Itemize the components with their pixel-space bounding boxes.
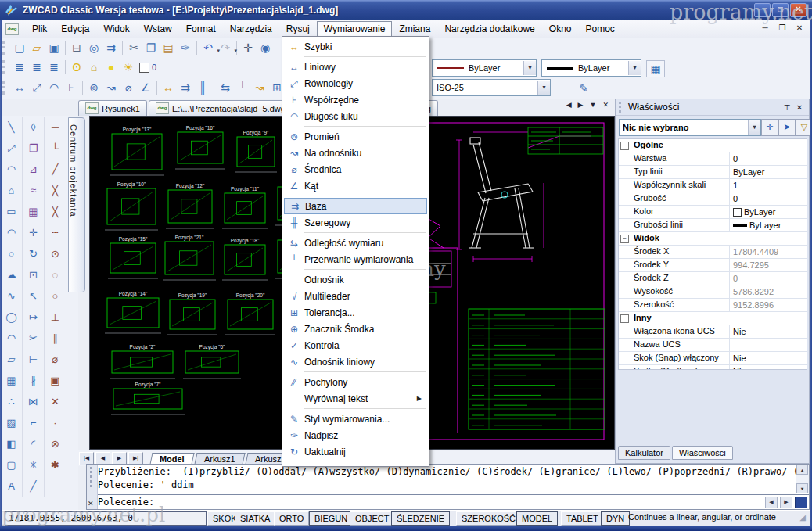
dim-menu-nadpisz[interactable]: ✑Nadpisz [284, 427, 427, 443]
dim-menu-uaktualnij[interactable]: ↻Uaktualnij [284, 443, 427, 460]
scroll-down-icon[interactable]: ▼ [796, 483, 808, 493]
tangent-snap-icon[interactable]: ⌀ [46, 350, 65, 369]
dim-aligned-icon[interactable]: ⤢ [28, 80, 45, 95]
tab-scroll-left-icon[interactable]: ◀ [566, 101, 572, 109]
menu-okno[interactable]: Okno [542, 21, 579, 38]
copy-icon[interactable]: ❐ [142, 40, 160, 56]
region-icon[interactable]: ▢ [2, 455, 21, 475]
toolbar-grip[interactable] [2, 81, 9, 95]
palette-tab-kalkulator[interactable]: Kalkulator [618, 446, 670, 460]
dim-menu-równoległy[interactable]: ⤢Równoległy [284, 75, 427, 91]
print-preview-icon[interactable]: ◎ [85, 40, 102, 56]
collapse-icon[interactable]: − [620, 142, 629, 150]
status-toggle-tablet[interactable]: TABLET [561, 511, 604, 526]
apparent-intersection-snap-icon[interactable]: ╳ [46, 202, 65, 221]
menu-narzędzia[interactable]: Narzędzia [223, 21, 279, 38]
linetype-combo[interactable]: ByLayer ▾ [432, 59, 537, 77]
construction-line-icon[interactable]: ⤢ [2, 138, 21, 158]
open-icon[interactable]: ▱ [28, 40, 45, 56]
property-value[interactable]: 0 [730, 192, 807, 205]
dim-ordinate-icon[interactable]: ⊦ [63, 80, 80, 95]
dimstyle-combo[interactable]: ISO-25 ▾ [432, 79, 551, 96]
dim-menu-kontrola[interactable]: ✓Kontrola [284, 337, 427, 353]
select-objects-icon[interactable]: ➤ [778, 119, 796, 136]
dim-menu-tolerancja[interactable]: ⊞Tolerancja... [284, 304, 427, 321]
extension-snap-icon[interactable]: ┄ [46, 223, 65, 242]
scroll-up-icon[interactable]: ▲ [796, 465, 808, 475]
last-layout-icon[interactable]: ▶| [128, 452, 143, 465]
intersection-snap-icon[interactable]: ╳ [46, 181, 65, 200]
layout-tab-model[interactable]: Model [149, 453, 194, 465]
property-row[interactable]: Wysokość5786.8292 [619, 285, 807, 299]
dim-menu-współrzędne[interactable]: ⊦Współrzędne [284, 91, 427, 108]
mdi-restore-button[interactable]: ❐ [776, 23, 789, 34]
revision-cloud-icon[interactable]: ☁ [2, 265, 21, 285]
snap-off-icon[interactable]: ⊗ [46, 434, 65, 454]
dim-diameter-icon[interactable]: ⌀ [120, 80, 137, 95]
arc-icon[interactable]: ◠ [2, 223, 21, 242]
toolbar-grip[interactable] [2, 41, 9, 55]
dim-menu-szeregowy[interactable]: ╫Szeregowy [284, 214, 427, 231]
property-value[interactable]: 5786.8292 [730, 285, 807, 298]
property-value[interactable]: 994.7295 [730, 259, 807, 271]
group-gutter[interactable]: − [619, 232, 631, 245]
insert-snap-icon[interactable]: ▣ [46, 371, 65, 390]
menu-wymiarowanie[interactable]: Wymiarowanie [317, 21, 393, 38]
pan-icon[interactable]: ✛ [239, 40, 257, 56]
menu-narzędzia-dodatkowe[interactable]: Narzędzia dodatkowe [437, 21, 541, 38]
property-row[interactable]: Nazwa UCS [619, 339, 807, 352]
mdi-close-button[interactable]: ✕ [793, 23, 806, 34]
property-value[interactable]: ByLayer [730, 206, 807, 218]
property-value[interactable]: 0 [730, 272, 807, 285]
menu-wstaw[interactable]: Wstaw [137, 21, 179, 38]
property-value[interactable]: Nie [730, 325, 807, 338]
layer-lock-icon[interactable]: ⌂ [85, 59, 102, 75]
resize-grip-icon[interactable]: ◢ [799, 513, 806, 522]
command-window[interactable]: ✕ Przybliżenie: (I)przybliż/ (O)oddal/ (… [86, 464, 810, 510]
toolbar-grip[interactable] [2, 60, 9, 74]
cut-icon[interactable]: ✂ [125, 40, 142, 56]
nearest-snap-icon[interactable]: · [46, 413, 65, 432]
status-toggle-siatka[interactable]: SIATKA [235, 511, 275, 526]
multileader-icon[interactable]: ↝ [251, 80, 268, 95]
menu-plik[interactable]: Plik [25, 21, 54, 38]
snap-from-icon[interactable]: └ [46, 138, 65, 158]
property-value[interactable]: 9152.8996 [730, 299, 807, 311]
extend-icon[interactable]: ⊢ [24, 350, 43, 369]
menu-rysuj[interactable]: Rysuj [279, 21, 317, 38]
ellipse-arc-icon[interactable]: ◠ [2, 328, 21, 348]
property-value[interactable]: 0 [730, 152, 807, 165]
property-row[interactable]: Współczynnik skali1 [619, 179, 807, 192]
dim-menu-baza[interactable]: ⇉Baza [284, 198, 427, 214]
pin-icon[interactable]: ⊤ [781, 103, 793, 112]
point-icon[interactable]: ∴ [2, 392, 21, 411]
property-row[interactable]: Szerokość9152.8996 [619, 299, 807, 312]
rotate-icon[interactable]: ↻ [24, 244, 43, 264]
command-next-icon[interactable]: ▶ [780, 497, 792, 508]
document-tab-rysunek1[interactable]: dwgRysunek1 [78, 100, 147, 116]
property-row[interactable]: Środek Z0 [619, 272, 807, 285]
offset-icon[interactable]: ≈ [24, 181, 43, 200]
command-input[interactable]: Polecenie: [98, 494, 809, 510]
ellipse-icon[interactable]: ◯ [2, 307, 21, 327]
tab-scroll-right-icon[interactable]: ▶ [578, 101, 584, 109]
property-value[interactable]: 17804.4409 [730, 246, 807, 258]
mtext-icon[interactable]: A [2, 476, 21, 496]
paste-icon[interactable]: ▤ [160, 40, 177, 56]
group-gutter[interactable]: − [619, 139, 631, 152]
dim-menu-średnica[interactable]: ⌀Średnica [284, 161, 427, 178]
dimension-style-icon[interactable]: ✎ [575, 81, 592, 96]
layer-plot-sun-icon[interactable]: ☀ [120, 59, 137, 75]
property-row[interactable]: Środek Y994.7295 [619, 259, 807, 272]
match-properties-icon[interactable]: ✑ [177, 40, 194, 56]
panel-close-icon[interactable]: ✕ [793, 103, 806, 112]
chevron-down-icon[interactable]: ▾ [523, 61, 536, 75]
property-value[interactable]: ByLayer [730, 219, 807, 231]
node-snap-icon[interactable]: ◌ [46, 265, 65, 285]
layer-manager-icon[interactable]: ≣ [11, 59, 28, 75]
layer-color-icon[interactable]: ● [102, 59, 120, 75]
mdi-minimize-button[interactable]: ─ [759, 23, 771, 34]
status-toggle-orto[interactable]: ORTO [274, 511, 309, 526]
dim-menu-pochylony[interactable]: ⁄⁄Pochylony [284, 374, 427, 390]
dim-angular-icon[interactable]: ∠ [137, 80, 154, 95]
